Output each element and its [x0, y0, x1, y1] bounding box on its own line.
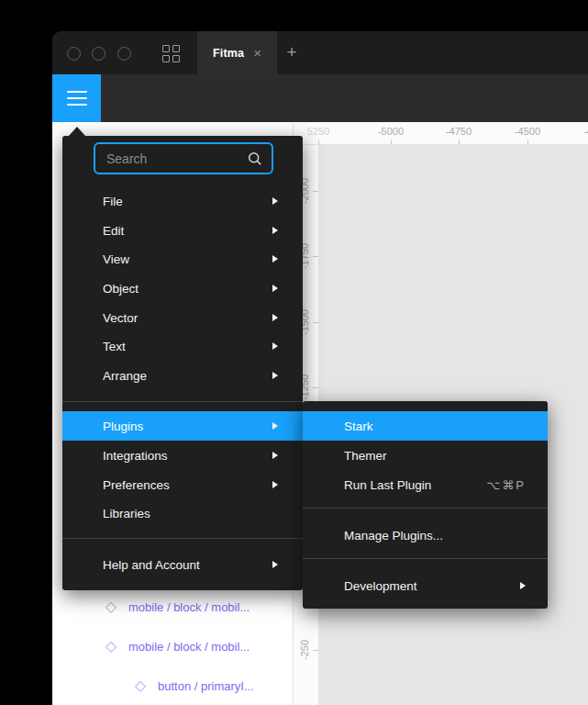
submenu-arrow-icon: [272, 561, 278, 568]
layer-row[interactable]: ◇ button / primaryI...: [52, 677, 293, 695]
main-menu: File Edit View Object Vector Text Arrang…: [62, 136, 303, 590]
submenu-arrow-icon: [272, 314, 278, 321]
ruler-tick: [527, 140, 528, 144]
search-icon: [248, 151, 262, 166]
screenshot-stage: Fitma × +: [0, 0, 588, 705]
menu-item-object[interactable]: Object: [62, 274, 303, 303]
plugins-submenu: Stark Themer Run Last Plugin ⌥⌘P Manage …: [303, 401, 548, 609]
submenu-arrow-icon: [272, 285, 278, 292]
close-tab-icon[interactable]: ×: [253, 46, 261, 60]
ruler-label: -250: [299, 622, 312, 677]
toolbar: T: [52, 74, 588, 122]
ruler-tick: [318, 140, 319, 144]
submenu-arrow-icon: [272, 197, 278, 205]
menu-separator: [62, 401, 303, 402]
submenu-arrow-icon: [272, 452, 278, 459]
menu-separator: [62, 538, 303, 539]
ruler-label: -4250: [569, 126, 588, 137]
menu-separator: [303, 558, 548, 559]
component-diamond-icon: ◇: [103, 638, 119, 655]
hamburger-icon: [67, 91, 87, 93]
ruler-label: -4500: [500, 126, 555, 137]
main-menu-button[interactable]: [52, 74, 101, 122]
submenu-item-manage-plugins[interactable]: Manage Plugins...: [303, 520, 548, 550]
menu-pointer-beak: [69, 127, 85, 136]
ruler-label: -5000: [363, 126, 418, 137]
new-tab-button[interactable]: +: [281, 41, 303, 63]
submenu-item-stark[interactable]: Stark: [303, 411, 548, 441]
component-diamond-icon: ◇: [103, 599, 119, 615]
keyboard-shortcut: ⌥⌘P: [486, 478, 526, 492]
ruler-tick: [391, 140, 392, 144]
layer-row[interactable]: ◇ mobile / block / mobil...: [52, 598, 293, 616]
ruler-label: 5250: [294, 126, 346, 137]
submenu-arrow-icon: [272, 255, 278, 263]
menu-item-arrange[interactable]: Arrange: [62, 361, 303, 390]
menu-separator: [303, 508, 548, 509]
grid-square: [172, 55, 180, 62]
grid-square: [172, 45, 180, 52]
menu-item-view[interactable]: View: [62, 244, 303, 274]
submenu-item-development[interactable]: Development: [303, 571, 548, 600]
zoom-window-button[interactable]: [117, 47, 131, 61]
submenu-arrow-icon: [520, 582, 526, 589]
tab-title: Fitma: [213, 47, 244, 60]
layer-row[interactable]: ◇ mobile / block / mobil...: [52, 637, 293, 655]
submenu-arrow-icon: [272, 227, 278, 234]
submenu-item-themer[interactable]: Themer: [303, 441, 548, 470]
menu-item-preferences[interactable]: Preferences: [62, 470, 303, 499]
horizontal-ruler[interactable]: 5250 -5000 -4750 -4500 -4250: [294, 122, 588, 145]
submenu-arrow-icon: [272, 372, 278, 379]
ruler-label: -4750: [431, 126, 486, 137]
menu-item-edit[interactable]: Edit: [62, 216, 303, 245]
menu-item-libraries[interactable]: Libraries: [62, 498, 303, 528]
menu-item-text[interactable]: Text: [62, 331, 303, 361]
submenu-arrow-icon: [272, 422, 278, 430]
search-input[interactable]: [106, 151, 248, 166]
submenu-item-run-last-plugin[interactable]: Run Last Plugin ⌥⌘P: [303, 470, 548, 499]
minimize-window-button[interactable]: [92, 47, 105, 61]
ruler-tick: [459, 140, 460, 144]
menu-item-vector[interactable]: Vector: [62, 303, 303, 332]
menu-item-help-and-account[interactable]: Help and Account: [62, 550, 303, 579]
close-window-button[interactable]: [67, 47, 81, 61]
layer-name: button / primaryI...: [158, 679, 254, 693]
submenu-arrow-icon: [272, 342, 278, 350]
title-bar: Fitma × +: [52, 31, 588, 74]
tab-switcher-grid-icon[interactable]: [162, 45, 180, 62]
grid-square: [162, 45, 170, 52]
menu-item-integrations[interactable]: Integrations: [62, 441, 303, 470]
grid-square: [162, 55, 170, 62]
menu-item-plugins[interactable]: Plugins: [62, 411, 303, 441]
menu-search-box: [94, 142, 273, 174]
submenu-arrow-icon: [272, 481, 278, 488]
layer-name: mobile / block / mobil...: [128, 600, 250, 614]
menu-item-file[interactable]: File: [62, 186, 303, 216]
active-file-tab[interactable]: Fitma ×: [197, 31, 277, 74]
layer-name: mobile / block / mobil...: [128, 640, 250, 654]
component-diamond-icon: ◇: [132, 677, 149, 694]
